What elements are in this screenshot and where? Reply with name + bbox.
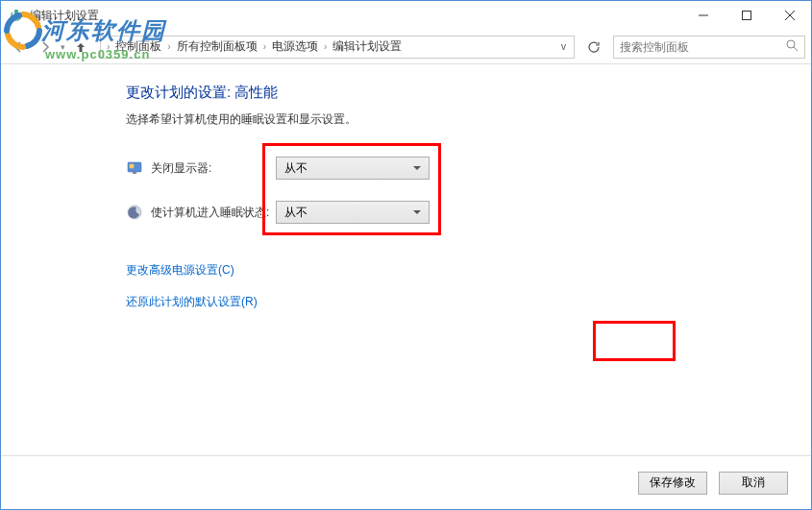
chevron-right-icon: › [322,41,329,52]
svg-rect-0 [14,10,18,17]
svg-rect-9 [133,172,136,174]
chevron-right-icon: › [105,41,111,52]
search-icon[interactable] [786,39,799,55]
forward-button[interactable] [34,36,57,59]
save-button[interactable]: 保存修改 [638,472,707,495]
address-dropdown-icon[interactable]: v [557,41,570,52]
breadcrumb-item[interactable]: 所有控制面板项 [173,38,261,55]
svg-point-5 [787,40,795,48]
cancel-button[interactable]: 取消 [719,472,788,495]
setting-label: 关闭显示器: [151,160,276,177]
navigation-bar: ▾ › 控制面板 › 所有控制面板项 › 电源选项 › 编辑计划设置 v [1,30,811,64]
maximize-button[interactable] [725,1,768,30]
minimize-button[interactable] [681,1,725,30]
restore-defaults-link[interactable]: 还原此计划的默认设置(R) [126,294,811,310]
page-heading: 更改计划的设置: 高性能 [126,84,811,102]
window-controls [681,1,811,30]
up-button[interactable] [69,36,92,59]
advanced-settings-link[interactable]: 更改高级电源设置(C) [126,262,811,279]
footer-bar: 保存修改 取消 [1,455,811,509]
svg-line-6 [794,47,798,51]
back-button[interactable] [7,36,30,59]
moon-icon [126,204,143,221]
search-box[interactable] [613,36,805,59]
select-value: 从不 [284,205,308,221]
chevron-right-icon: › [165,41,172,52]
svg-rect-2 [742,12,750,20]
window-title: 编辑计划设置 [30,8,681,24]
setting-row-display: 关闭显示器: 从不 [126,157,811,180]
titlebar: 编辑计划设置 [1,1,811,30]
svg-point-8 [130,164,135,169]
sleep-timeout-select[interactable]: 从不 [276,201,430,224]
page-subheading: 选择希望计算机使用的睡眠设置和显示设置。 [126,111,811,128]
breadcrumb-item[interactable]: 控制面板 [111,38,165,55]
search-input[interactable] [620,40,786,54]
display-timeout-select[interactable]: 从不 [276,157,430,180]
highlight-annotation [593,321,676,361]
breadcrumb-item[interactable]: 编辑计划设置 [329,38,406,55]
setting-label: 使计算机进入睡眠状态: [151,205,276,221]
app-icon [9,8,24,23]
address-bar[interactable]: › 控制面板 › 所有控制面板项 › 电源选项 › 编辑计划设置 v [100,36,575,59]
close-button[interactable] [768,1,811,30]
monitor-icon [126,159,143,177]
chevron-right-icon: › [261,41,268,52]
select-value: 从不 [284,160,308,177]
setting-row-sleep: 使计算机进入睡眠状态: 从不 [126,201,811,224]
content-area: 更改计划的设置: 高性能 选择希望计算机使用的睡眠设置和显示设置。 关闭显示器:… [1,64,811,310]
refresh-button[interactable] [582,36,605,59]
history-dropdown-icon[interactable]: ▾ [61,42,65,52]
breadcrumb-item[interactable]: 电源选项 [268,38,322,55]
links-section: 更改高级电源设置(C) 还原此计划的默认设置(R) [126,262,811,310]
